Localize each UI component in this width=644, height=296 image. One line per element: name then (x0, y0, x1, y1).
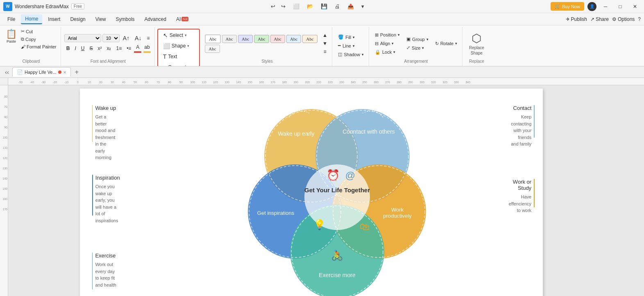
text-align-button[interactable]: ≡ (145, 34, 152, 42)
options-button[interactable]: ⚙ Options (612, 16, 635, 22)
tab-close-button[interactable]: ✕ (63, 70, 66, 75)
minimize-button[interactable]: ─ (600, 2, 611, 11)
menu-home[interactable]: Home (21, 14, 42, 24)
menu-symbols[interactable]: Symbols (112, 15, 139, 24)
text-icon: T (163, 53, 167, 60)
styles-scroll-up[interactable]: ▲ (320, 32, 329, 39)
size-label: Size (412, 46, 420, 50)
strikethrough-button[interactable]: S (87, 45, 95, 52)
menu-file[interactable]: File (3, 15, 19, 24)
lock-button[interactable]: 🔒 Lock ▾ (372, 48, 402, 56)
swatch-3[interactable]: Abc (238, 35, 253, 43)
replace-label: Replace (469, 59, 484, 65)
align-icon: ⊟ (375, 41, 379, 46)
format-painter-button[interactable]: 🖌 Format Painter (19, 43, 58, 50)
italic-button[interactable]: I (73, 45, 78, 52)
shape-button[interactable]: ⬜ Shape ▾ (160, 41, 198, 51)
size-button[interactable]: ⤢ Size ▾ (404, 44, 431, 52)
bullet-list-button[interactable]: •≡ (125, 45, 133, 52)
menu-ai[interactable]: AI hot (172, 15, 193, 24)
cut-icon: ✂ (21, 29, 25, 34)
svg-text:100: 100 (190, 81, 195, 84)
underline-button[interactable]: U (79, 45, 87, 52)
paste-button[interactable]: 📋 Paste (4, 28, 18, 44)
publish-button[interactable]: ✈ Publish (566, 16, 587, 22)
swatch-6[interactable]: Abc (286, 35, 301, 43)
print-button[interactable]: 🖨 (333, 2, 342, 11)
menu-view[interactable]: View (91, 15, 110, 24)
work-title: Work or Study (508, 179, 532, 191)
menu-insert[interactable]: Insert (44, 15, 64, 24)
numbered-list-button[interactable]: 1≡ (114, 45, 124, 52)
swatch-1[interactable]: Abc (205, 34, 220, 43)
styles-group: Abc Abc Abc Abc Abc Abc Abc Abc ▲ ▼ ≡ St… (202, 27, 332, 66)
styles-scroll-down[interactable]: ▼ (320, 40, 329, 47)
swatch-8[interactable]: Abc (205, 45, 220, 53)
redo-button[interactable]: ↪ (279, 2, 288, 11)
user-avatar[interactable]: 👤 (587, 2, 596, 11)
rotate-button[interactable]: ↻ Rotate ▾ (433, 40, 460, 48)
share-button[interactable]: ↗ Share (590, 16, 609, 22)
text-button[interactable]: T Text (160, 52, 198, 61)
menu-advanced[interactable]: Advanced (141, 15, 170, 24)
font-size-decrease-button[interactable]: A↓ (133, 34, 143, 42)
replace-shape-button[interactable]: ⬡ ReplaceShape (466, 28, 488, 59)
font-group-label: Font and Alignment (91, 59, 126, 65)
save-button[interactable]: 💾 (319, 2, 329, 11)
line-label: Line (342, 43, 351, 48)
shadow-button[interactable]: ◫ Shadow ▾ (336, 50, 366, 58)
contact-bar (534, 105, 535, 138)
swatch-7[interactable]: Abc (302, 35, 317, 43)
svg-text:250: 250 (362, 81, 367, 84)
cut-button[interactable]: ✂ Cut (19, 28, 58, 35)
add-tab-button[interactable]: + (73, 68, 81, 77)
font-family-select[interactable]: Arial (64, 34, 101, 42)
styles-label: Styles (262, 59, 273, 65)
fill-caret: ▾ (353, 35, 355, 39)
group-button[interactable]: ▣ Group ▾ (404, 35, 431, 43)
fill-button[interactable]: 🪣 Fill ▾ (336, 33, 366, 41)
swatch-5[interactable]: Abc (270, 35, 285, 43)
align-button[interactable]: ⊟ Align ▾ (372, 40, 402, 48)
svg-text:270: 270 (385, 81, 390, 84)
undo-button[interactable]: ↩ (269, 2, 277, 11)
subscript-button[interactable]: x₂ (104, 45, 113, 52)
more-button[interactable]: ▾ (359, 2, 366, 11)
highlight-strip (143, 51, 151, 53)
highlight-button[interactable]: ab (142, 43, 152, 51)
select-button[interactable]: ↖ Select ▾ (160, 30, 198, 40)
superscript-button[interactable]: x² (95, 45, 104, 52)
position-button[interactable]: ⊞ Position ▾ (372, 31, 402, 39)
buy-now-button[interactable]: 🛒 Buy Now (551, 2, 584, 11)
maximize-button[interactable]: □ (615, 2, 626, 11)
lock-label: Lock (382, 50, 392, 55)
help-button[interactable]: ? (638, 16, 641, 22)
swatch-4[interactable]: Abc (254, 35, 269, 43)
paste-label: Paste (7, 39, 16, 43)
group-label: Group (412, 37, 425, 42)
open-button[interactable]: 📂 (305, 2, 315, 11)
arrange-col-2: ▣ Group ▾ ⤢ Size ▾ (404, 35, 431, 52)
tab-happy-life[interactable]: 📄 Happy Life Ve... ✕ (12, 67, 71, 77)
new-button[interactable]: ⬜ (291, 2, 302, 11)
line-button[interactable]: ━ Line ▾ (336, 42, 366, 50)
main-canvas[interactable]: Wake up Get a better mood andfreshment i… (8, 85, 644, 296)
close-button[interactable]: ✕ (629, 2, 641, 11)
copy-button[interactable]: ⧉ Copy (19, 36, 58, 43)
styles-expand[interactable]: ≡ (320, 48, 329, 55)
font-size-select[interactable]: 10 (102, 34, 120, 42)
font-color-button[interactable]: A (134, 43, 141, 51)
bold-button[interactable]: B (64, 45, 72, 52)
svg-text:280: 280 (397, 81, 401, 84)
swatch-2[interactable]: Abc (222, 35, 237, 43)
export-button[interactable]: 📤 (345, 2, 356, 11)
connector-button[interactable]: ⌐ Connector ▾ (160, 62, 198, 66)
text-label: Text (168, 54, 177, 59)
svg-text:120: 120 (213, 81, 218, 84)
tab-dirty-indicator (58, 71, 61, 74)
font-size-increase-button[interactable]: A↑ (121, 34, 132, 42)
svg-text:-20: -20 (53, 81, 57, 84)
tools-group: ↖ Select ▾ ⬜ Shape ▾ T Text ⌐ Connector … (156, 27, 202, 66)
menu-design[interactable]: Design (66, 15, 89, 24)
sidebar-toggle-button[interactable]: ‹‹ (3, 68, 11, 76)
